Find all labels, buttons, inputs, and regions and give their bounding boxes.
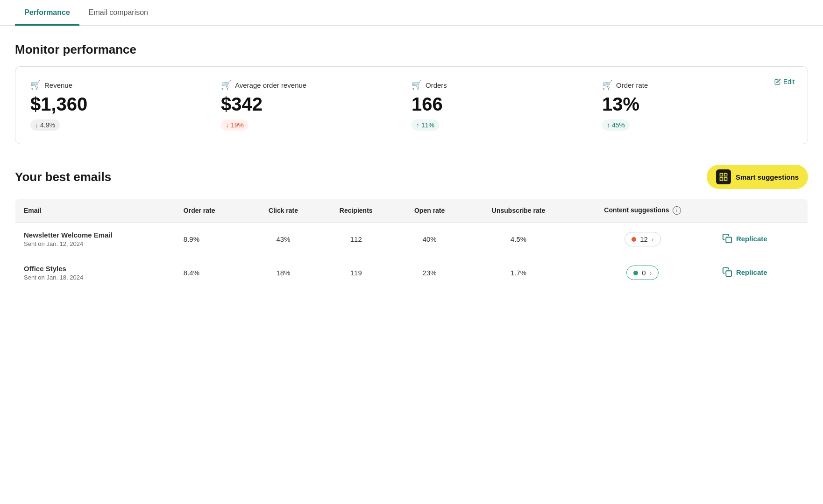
main-content: Monitor performance 🛒 Revenue $1,360 ↓ 4… [0,26,823,307]
chevron-right-icon-2: › [650,269,652,277]
metrics-card: 🛒 Revenue $1,360 ↓ 4.9% 🛒 Average order … [15,66,808,144]
cell-click-rate-2: 18% [248,256,319,290]
suggestions-count-2: 0 [642,269,646,277]
metric-value-revenue: $1,360 [30,94,210,115]
smart-suggestions-button[interactable]: Smart suggestions [707,165,808,189]
replicate-button-1[interactable]: Replicate [722,233,767,244]
arrow-down-icon: ↓ [35,121,38,129]
metric-badge-revenue: ↓ 4.9% [30,119,60,131]
replicate-label-2: Replicate [736,268,767,276]
table-row: Office Styles Sent on Jan. 18, 2024 8.4%… [15,256,808,290]
arrow-down-red-icon: ↓ [226,121,229,129]
cell-click-rate-1: 43% [248,223,319,256]
metric-badge-orders: ↑ 11% [412,119,439,131]
arrow-up-icon-order-rate: ↑ [607,121,610,129]
tabs-bar: Performance Email comparison [0,0,823,26]
col-header-actions [714,199,808,223]
cell-order-rate-2: 8.4% [175,256,248,290]
cell-unsubscribe-2: 1.7% [465,256,571,290]
cell-open-rate-2: 23% [394,256,465,290]
suggestions-badge-2[interactable]: 0 › [626,266,659,280]
emails-table: Email Order rate Click rate Recipients O… [15,198,808,290]
cell-suggestions-1: 12 › [572,223,714,256]
edit-icon [774,78,781,85]
svg-rect-5 [726,271,731,277]
metric-badge-avg: ↓ 19% [221,119,248,131]
cell-actions-2: Replicate [714,256,808,290]
email-date-2: Sent on Jan. 18, 2024 [24,274,167,281]
email-name-2: Office Styles [24,265,167,273]
dot-green-2 [633,271,638,275]
svg-rect-4 [726,238,731,243]
replicate-icon-1 [722,233,732,244]
metric-label-revenue: Revenue [44,81,72,89]
metric-revenue: 🛒 Revenue $1,360 ↓ 4.9% [30,80,221,131]
best-emails-title: Your best emails [15,170,111,184]
cell-open-rate-1: 40% [394,223,465,256]
col-header-click-rate: Click rate [248,199,319,223]
cell-email-2: Office Styles Sent on Jan. 18, 2024 [15,256,175,290]
smart-suggestions-label: Smart suggestions [736,173,799,181]
cell-recipients-1: 112 [318,223,394,256]
svg-rect-0 [720,174,723,176]
cell-suggestions-2: 0 › [572,256,714,290]
replicate-icon-2 [722,267,732,277]
cart-icon-orders: 🛒 [412,80,422,90]
dot-red-1 [631,237,636,242]
cell-order-rate-1: 8.9% [175,223,248,256]
info-icon: i [673,206,681,215]
cell-unsubscribe-1: 4.5% [465,223,571,256]
cell-email-1: Newsletter Welcome Email Sent on Jan. 12… [15,223,175,256]
email-name-1: Newsletter Welcome Email [24,231,167,239]
col-header-order-rate: Order rate [175,199,248,223]
cart-icon-avg: 🛒 [221,80,231,90]
metric-value-orders: 166 [412,94,591,115]
best-emails-header: Your best emails Smart suggestions [15,165,808,189]
cart-icon-order-rate: 🛒 [602,80,612,90]
col-header-content-suggestions: Content suggestions i [572,199,714,223]
metric-label-orders: Orders [426,81,447,89]
replicate-button-2[interactable]: Replicate [722,267,767,277]
smart-suggestions-icon [716,169,731,184]
monitor-title: Monitor performance [15,42,808,57]
suggestions-count-1: 12 [640,235,648,243]
arrow-up-icon-orders: ↑ [416,121,419,129]
col-header-open-rate: Open rate [394,199,465,223]
svg-rect-2 [724,178,727,181]
svg-rect-1 [724,174,727,176]
metric-label-order-rate: Order rate [616,81,648,89]
cell-recipients-2: 119 [318,256,394,290]
metric-avg-order: 🛒 Average order revenue $342 ↓ 19% [221,80,412,131]
svg-rect-3 [720,178,723,181]
col-header-recipients: Recipients [318,199,394,223]
cell-actions-1: Replicate [714,223,808,256]
edit-label: Edit [783,78,795,85]
email-date-1: Sent on Jan. 12, 2024 [24,240,167,247]
tab-email-comparison[interactable]: Email comparison [79,0,157,26]
metric-orders: 🛒 Orders 166 ↑ 11% [412,80,602,131]
col-header-unsubscribe: Unsubscribe rate [465,199,571,223]
replicate-label-1: Replicate [736,235,767,243]
table-header-row: Email Order rate Click rate Recipients O… [15,199,808,223]
metric-badge-order-rate: ↑ 45% [602,119,630,131]
cart-icon-revenue: 🛒 [30,80,41,90]
metric-label-avg: Average order revenue [235,81,306,89]
metric-value-avg: $342 [221,94,400,115]
table-row: Newsletter Welcome Email Sent on Jan. 12… [15,223,808,256]
suggestions-badge-1[interactable]: 12 › [624,232,660,246]
metric-order-rate: 🛒 Order rate 13% ↑ 45% [602,80,793,131]
metric-value-order-rate: 13% [602,94,781,115]
chevron-right-icon-1: › [652,236,654,243]
edit-button[interactable]: Edit [774,78,795,85]
col-header-email: Email [15,199,175,223]
tab-performance[interactable]: Performance [15,0,79,26]
